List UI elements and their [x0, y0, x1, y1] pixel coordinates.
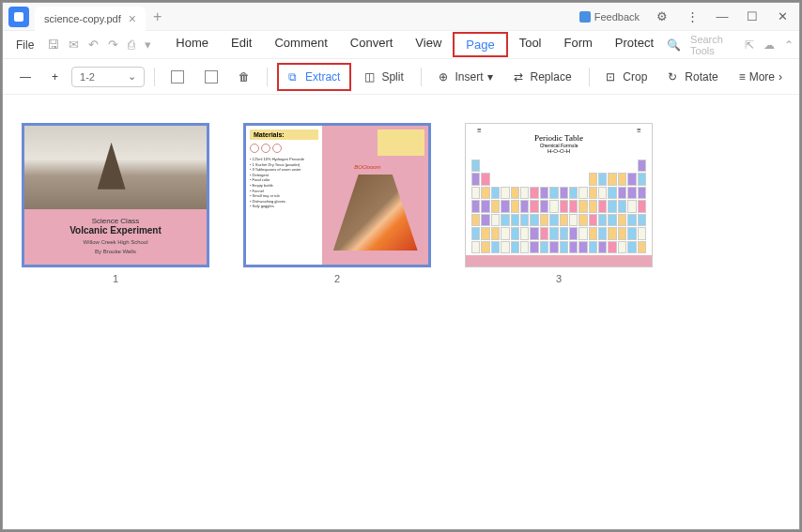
- extract-button[interactable]: ⧉ Extract: [277, 63, 351, 91]
- quick-access-toolbar: 🖫 ✉ ↶ ↷ ⎙ ▾: [47, 38, 151, 52]
- delete-page-button[interactable]: 🗑: [231, 67, 257, 87]
- file-menu[interactable]: File: [8, 38, 41, 52]
- boom-text: BOOooom: [354, 164, 380, 170]
- cloud-icon[interactable]: ☁: [763, 38, 775, 52]
- search-icon[interactable]: 🔍: [667, 38, 681, 52]
- rotate-icon: ↻: [668, 70, 681, 84]
- chevron-down-icon: ▾: [487, 70, 493, 84]
- replace-icon: ⇄: [514, 70, 527, 84]
- save-icon[interactable]: 🖫: [47, 38, 59, 52]
- slide1-school: Willow Creek High School: [30, 239, 201, 245]
- new-tab-button[interactable]: +: [153, 8, 162, 25]
- materials-label: Materials:: [250, 129, 318, 140]
- undo-icon[interactable]: ↶: [88, 38, 99, 52]
- app-logo-icon: [8, 7, 29, 27]
- zoom-in-button[interactable]: +: [44, 67, 66, 87]
- slide3-title: Periodic Table: [473, 133, 644, 143]
- minimize-button[interactable]: —: [709, 5, 735, 29]
- volcano-illustration: [333, 175, 418, 251]
- app-window: science-copy.pdf × + Feedback ⚙ ⋮ — ☐ ✕ …: [2, 2, 800, 530]
- menu-tool[interactable]: Tool: [508, 32, 553, 57]
- tab-close-icon[interactable]: ×: [129, 11, 136, 26]
- share-icon[interactable]: ⇱: [745, 38, 754, 52]
- thumbnail-grid: Science Class Volcanic Experiment Willow…: [3, 95, 799, 529]
- slide1-subtitle: Science Class: [30, 217, 201, 225]
- menu-page[interactable]: Page: [453, 32, 507, 57]
- rotate-button[interactable]: ↻ Rotate: [660, 67, 725, 87]
- chevron-right-icon: ›: [779, 70, 782, 84]
- replace-button[interactable]: ⇄ Replace: [506, 67, 579, 87]
- page-thumbnail-3[interactable]: ☰☰ Periodic Table Chemical Formula H-O-O…: [465, 123, 653, 284]
- menu-home[interactable]: Home: [164, 32, 220, 57]
- redo-icon[interactable]: ↷: [108, 38, 118, 52]
- menu-comment[interactable]: Comment: [263, 32, 338, 57]
- mail-icon[interactable]: ✉: [69, 38, 79, 52]
- split-button[interactable]: ◫ Split: [357, 67, 410, 87]
- titlebar: science-copy.pdf × + Feedback ⚙ ⋮ — ☐ ✕: [3, 3, 799, 31]
- feedback-button[interactable]: Feedback: [574, 11, 645, 23]
- tab-filename: science-copy.pdf: [44, 13, 121, 24]
- main-menu: Home Edit Comment Convert View Page Tool…: [164, 32, 665, 57]
- thumb-number: 1: [113, 273, 118, 284]
- insert-button[interactable]: ⊕ Insert ▾: [431, 67, 501, 87]
- document-tab[interactable]: science-copy.pdf ×: [35, 7, 146, 31]
- extract-icon: ⧉: [288, 70, 301, 84]
- zoom-out-button[interactable]: —: [12, 67, 39, 87]
- more-icon[interactable]: ⋮: [679, 5, 705, 29]
- settings-icon[interactable]: ⚙: [649, 5, 675, 29]
- more-icon: ≡: [739, 70, 746, 84]
- thumb-number: 2: [334, 273, 340, 284]
- menubar: File 🖫 ✉ ↶ ↷ ⎙ ▾ Home Edit Comment Conve…: [3, 31, 799, 59]
- collapse-icon[interactable]: ⌃: [784, 38, 794, 52]
- periodic-table: [466, 158, 652, 255]
- page-toolbar: — + 1-2 ⌄ 🗑 ⧉ Extract ◫ Split ⊕ Insert ▾…: [3, 59, 799, 95]
- print-icon[interactable]: ⎙: [128, 38, 135, 52]
- materials-list: • 125ml 10% Hydrogen Peroxide • 1 Sachet…: [250, 157, 318, 209]
- split-icon: ◫: [364, 70, 378, 84]
- slide1-author: By Brooke Wells: [30, 249, 201, 254]
- menu-convert[interactable]: Convert: [339, 32, 405, 57]
- chevron-down-icon: ⌄: [128, 70, 136, 83]
- crop-icon: ⊡: [606, 70, 619, 84]
- crop-button[interactable]: ⊡ Crop: [598, 67, 655, 87]
- menu-protect[interactable]: Protect: [604, 32, 665, 57]
- maximize-button[interactable]: ☐: [739, 5, 765, 29]
- slide1-title: Volcanic Experiment: [30, 225, 201, 236]
- menu-view[interactable]: View: [404, 32, 453, 57]
- insert-icon: ⊕: [439, 70, 452, 84]
- thumb-number: 3: [556, 273, 562, 284]
- page-tool-2[interactable]: [197, 67, 225, 87]
- menu-form[interactable]: Form: [553, 32, 604, 57]
- page-tool-1[interactable]: [163, 67, 192, 87]
- more-button[interactable]: ≡ More ›: [732, 67, 790, 87]
- dropdown-icon[interactable]: ▾: [145, 38, 151, 52]
- menu-edit[interactable]: Edit: [220, 32, 263, 57]
- search-input[interactable]: Search Tools: [690, 34, 735, 56]
- slide3-formula: H-O-O-H: [473, 148, 644, 154]
- close-button[interactable]: ✕: [769, 5, 795, 29]
- page-thumbnail-2[interactable]: Materials: • 125ml 10% Hydrogen Peroxide…: [243, 123, 431, 284]
- page-thumbnail-1[interactable]: Science Class Volcanic Experiment Willow…: [22, 123, 209, 284]
- page-range-input[interactable]: 1-2 ⌄: [71, 67, 145, 87]
- feedback-icon: [579, 11, 591, 23]
